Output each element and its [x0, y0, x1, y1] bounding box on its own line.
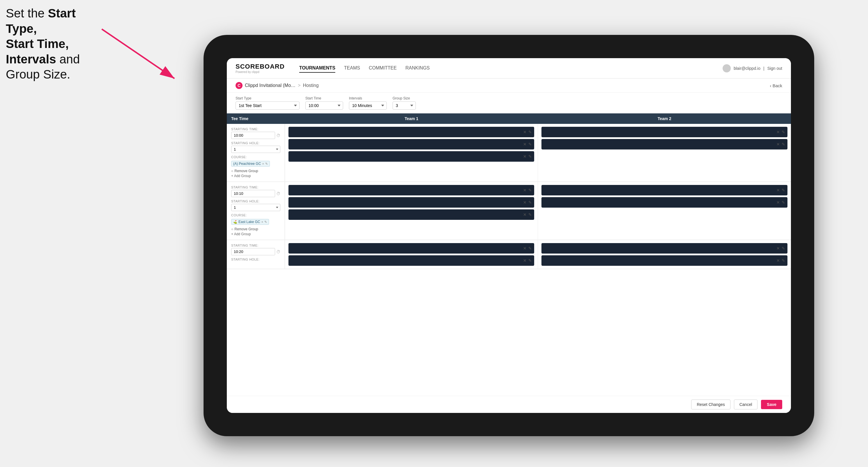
- remove-group-btn-2[interactable]: ○ Remove Group: [231, 227, 280, 231]
- slot-edit-icon-6-1[interactable]: ✎: [782, 246, 785, 251]
- reset-changes-button[interactable]: Reset Changes: [691, 400, 731, 409]
- slot-edit-icon-6-2[interactable]: ✎: [782, 258, 785, 263]
- user-avatar: [723, 64, 731, 72]
- save-button[interactable]: Save: [761, 400, 782, 409]
- slot-x-icon-4-1[interactable]: ✕: [776, 188, 780, 192]
- player-slot-4-2: ✕ ✎: [541, 197, 787, 208]
- navbar: SCOREBOARD Powered by clippd TOURNAMENTS…: [227, 58, 791, 79]
- slot-x-icon-6-2[interactable]: ✕: [776, 258, 780, 263]
- separator: |: [763, 66, 765, 71]
- back-button[interactable]: ‹ Back: [770, 83, 782, 88]
- app-logo: SCOREBOARD: [236, 63, 285, 70]
- slot-x-icon-4-2[interactable]: ✕: [776, 200, 780, 205]
- player-slot-6-1: ✕ ✎: [541, 243, 787, 254]
- group-size-select[interactable]: 3: [393, 101, 416, 110]
- course-edit-icon-2[interactable]: ✎: [264, 220, 267, 224]
- slot-edit-icon-4-1[interactable]: ✎: [782, 188, 785, 192]
- starting-time-input-3[interactable]: [231, 248, 275, 255]
- course-tag-1: (A) Peachtree GC × ✎: [231, 160, 280, 167]
- player-slot-3-3: ✕ ✎: [288, 209, 534, 220]
- start-time-select[interactable]: 10:00: [305, 101, 343, 110]
- slot-x-icon-6-1[interactable]: ✕: [776, 246, 780, 251]
- nav-links: TOURNAMENTS TEAMS COMMITTEE RANKINGS: [299, 64, 723, 73]
- team1-cell-1: ✕ ✎ ✕ ✎ ✕ ✎: [285, 124, 538, 182]
- team1-cell-3: ✕ ✎ ✕ ✎: [285, 240, 538, 269]
- slot-x-icon-3-1[interactable]: ✕: [523, 188, 527, 192]
- hosting-breadcrumb[interactable]: Hosting: [303, 83, 319, 88]
- starting-time-label-1: STARTING TIME:: [231, 127, 280, 131]
- slot-x-icon-2-1[interactable]: ✕: [776, 130, 780, 134]
- group-size-label: Group Size: [393, 96, 416, 100]
- slot-edit-icon-2-2[interactable]: ✎: [782, 142, 785, 147]
- tee-group-3: STARTING TIME: ⏱ STARTING HOLE: ✕ ✎: [227, 240, 791, 269]
- course-tag-2: ⛳ East Lake GC × ✎: [231, 218, 280, 225]
- slot-edit-icon-1-3[interactable]: ✎: [528, 154, 532, 159]
- start-time-group: Start Time 10:00: [305, 96, 343, 110]
- slot-edit-icon-2-1[interactable]: ✎: [782, 130, 785, 134]
- cancel-button[interactable]: Cancel: [734, 400, 758, 409]
- start-type-select[interactable]: 1st Tee Start: [236, 101, 300, 110]
- slot-edit-icon-3-2[interactable]: ✎: [528, 200, 532, 205]
- starting-hole-select-2[interactable]: 1: [231, 204, 280, 211]
- starting-hole-label-3: STARTING HOLE:: [231, 258, 280, 261]
- team2-cell-3: ✕ ✎ ✕ ✎: [538, 240, 791, 269]
- group-size-group: Group Size 3: [393, 96, 416, 110]
- start-type-group: Start Type 1st Tee Start: [236, 96, 300, 110]
- slot-edit-icon-5-2[interactable]: ✎: [528, 258, 532, 263]
- col-team1: Team 1: [285, 114, 538, 124]
- course-label-1: COURSE:: [231, 155, 280, 159]
- tournament-breadcrumb[interactable]: Clippd Invitational (Mo…: [245, 83, 296, 88]
- starting-time-input-2[interactable]: [231, 190, 275, 197]
- slot-x-icon-1-2[interactable]: ✕: [523, 142, 527, 147]
- starting-time-label-2: STARTING TIME:: [231, 186, 280, 189]
- nav-committee[interactable]: COMMITTEE: [369, 64, 397, 73]
- starting-time-row-1: ⏱: [231, 132, 280, 139]
- course-remove-icon-2[interactable]: ×: [261, 220, 263, 224]
- intervals-select[interactable]: 10 Minutes: [349, 101, 387, 110]
- slot-edit-icon-5-1[interactable]: ✎: [528, 246, 532, 251]
- nav-rankings[interactable]: RANKINGS: [405, 64, 430, 73]
- course-edit-icon-1[interactable]: ✎: [265, 162, 268, 166]
- add-group-btn-1[interactable]: + Add Group: [231, 174, 280, 178]
- starting-time-row-2: ⏱: [231, 190, 280, 197]
- clock-icon-2: ⏱: [276, 191, 280, 196]
- breadcrumb-separator: >: [298, 83, 300, 88]
- svg-line-1: [102, 29, 175, 79]
- nav-tournaments[interactable]: TOURNAMENTS: [299, 64, 335, 73]
- starting-hole-label-2: STARTING HOLE:: [231, 199, 280, 203]
- starting-hole-select-1[interactable]: 1: [231, 146, 280, 153]
- remove-group-btn-1[interactable]: ○ Remove Group: [231, 169, 280, 173]
- tee-group-1: STARTING TIME: ⏱ STARTING HOLE: 1 COURSE…: [227, 124, 791, 182]
- player-slot-1-2: ✕ ✎: [288, 139, 534, 150]
- slot-edit-icon-4-2[interactable]: ✎: [782, 200, 785, 205]
- slot-x-icon-2-2[interactable]: ✕: [776, 142, 780, 147]
- slot-x-icon-3-2[interactable]: ✕: [523, 200, 527, 205]
- instruction-text: Set the Start Type,Start Time,Intervals …: [6, 6, 99, 82]
- slot-x-icon-1-3[interactable]: ✕: [523, 154, 527, 159]
- player-slot-4-1: ✕ ✎: [541, 185, 787, 195]
- slot-x-icon-3-3[interactable]: ✕: [523, 212, 527, 217]
- slot-edit-icon-3-1[interactable]: ✎: [528, 188, 532, 192]
- slot-x-icon-5-2[interactable]: ✕: [523, 258, 527, 263]
- settings-row: Start Type 1st Tee Start Start Time 10:0…: [227, 93, 791, 114]
- slot-edit-icon-1-1[interactable]: ✎: [528, 130, 532, 134]
- slot-edit-icon-1-2[interactable]: ✎: [528, 142, 532, 147]
- intervals-group: Intervals 10 Minutes: [349, 96, 387, 110]
- nav-teams[interactable]: TEAMS: [344, 64, 360, 73]
- clock-icon-3: ⏱: [276, 249, 280, 254]
- intervals-label: Intervals: [349, 96, 387, 100]
- slot-x-icon-5-1[interactable]: ✕: [523, 246, 527, 251]
- slot-edit-icon-3-3[interactable]: ✎: [528, 212, 532, 217]
- course-remove-icon-1[interactable]: ×: [262, 162, 264, 165]
- tablet-device: SCOREBOARD Powered by clippd TOURNAMENTS…: [204, 35, 814, 436]
- slot-x-icon-1-1[interactable]: ✕: [523, 130, 527, 134]
- course-icon-2: ⛳: [233, 220, 237, 224]
- starting-time-input-1[interactable]: [231, 132, 275, 139]
- starting-time-row-3: ⏱: [231, 248, 280, 255]
- col-team2: Team 2: [538, 114, 791, 124]
- sign-out-link[interactable]: Sign out: [767, 66, 782, 71]
- add-group-btn-2[interactable]: + Add Group: [231, 232, 280, 236]
- table-header: Tee Time Team 1 Team 2: [227, 114, 791, 124]
- tee-actions-1: ○ Remove Group + Add Group: [231, 169, 280, 178]
- course-label-2: COURSE:: [231, 213, 280, 217]
